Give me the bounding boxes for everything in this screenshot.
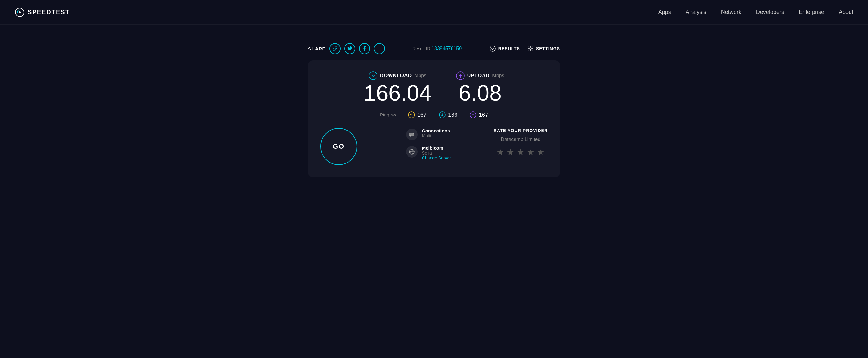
- download-label: DOWNLOAD: [380, 73, 412, 79]
- ping-jitter: 167: [408, 111, 427, 118]
- star-4[interactable]: ★: [527, 147, 534, 157]
- stars-row: ★ ★ ★ ★ ★: [494, 147, 548, 157]
- ping-label: Ping ms: [380, 112, 396, 117]
- change-server-link[interactable]: Change Server: [422, 156, 451, 160]
- svg-marker-12: [413, 132, 414, 134]
- nav-links: Apps Analysis Network Developers Enterpr…: [658, 9, 853, 16]
- svg-point-2: [490, 46, 495, 51]
- svg-marker-13: [409, 135, 411, 137]
- server-location: Sofia: [422, 150, 451, 156]
- svg-point-3: [530, 48, 531, 50]
- ping-upload-icon: [470, 111, 476, 118]
- rate-title: RATE YOUR PROVIDER: [494, 128, 548, 133]
- download-unit: Mbps: [414, 73, 426, 79]
- nav-item-network[interactable]: Network: [721, 9, 741, 16]
- star-3[interactable]: ★: [517, 147, 524, 157]
- ping-download-icon: [439, 111, 446, 118]
- connections-text: Connections Multi: [422, 128, 450, 138]
- svg-point-1: [19, 11, 21, 13]
- ping-jitter-value: 167: [417, 112, 427, 118]
- share-row: SHARE ··· Result ID: [308, 43, 560, 54]
- download-icon: [369, 72, 377, 80]
- go-button[interactable]: GO: [320, 128, 357, 165]
- result-id-prefix: Result ID: [412, 46, 430, 51]
- connections-item: Connections Multi: [406, 128, 451, 140]
- star-5[interactable]: ★: [537, 147, 545, 157]
- share-facebook-button[interactable]: [359, 43, 370, 54]
- nav-item-apps[interactable]: Apps: [658, 9, 671, 16]
- speedtest-logo-icon: [15, 7, 25, 17]
- result-id-value[interactable]: 13384576150: [432, 46, 462, 51]
- settings-label: SETTINGS: [536, 46, 560, 51]
- download-value: 166.04: [364, 82, 432, 104]
- share-twitter-button[interactable]: [344, 43, 355, 54]
- connections-title: Connections: [422, 128, 450, 133]
- results-label: RESULTS: [498, 46, 520, 51]
- settings-icon: [527, 46, 534, 52]
- jitter-icon: [408, 111, 415, 118]
- rate-section: RATE YOUR PROVIDER Datacamp Limited ★ ★ …: [494, 128, 548, 157]
- upload-unit: Mbps: [492, 73, 504, 79]
- facebook-icon: [363, 46, 366, 51]
- connections-icon: [409, 132, 415, 137]
- rate-provider: Datacamp Limited: [494, 137, 548, 142]
- connections-icon-wrap: [406, 129, 418, 140]
- speed-card: DOWNLOAD Mbps 166.04 UPLOAD Mbps 6.08: [308, 60, 560, 177]
- logo-area: SPEEDTEST: [15, 7, 70, 17]
- ping-download-value: 166: [448, 112, 457, 118]
- nav-item-developers[interactable]: Developers: [756, 9, 784, 16]
- globe-icon: [409, 149, 415, 155]
- share-label: SHARE: [308, 46, 326, 51]
- upload-value: 6.08: [456, 82, 504, 104]
- ping-upload-value: 167: [479, 112, 488, 118]
- results-icon: [490, 46, 496, 52]
- upload-icon: [456, 72, 465, 80]
- ping-download: 166: [439, 111, 457, 118]
- twitter-icon: [347, 47, 352, 51]
- result-id-area: Result ID 13384576150: [412, 46, 462, 51]
- download-block: DOWNLOAD Mbps 166.04: [364, 72, 432, 104]
- download-header: DOWNLOAD Mbps: [364, 72, 432, 80]
- link-icon: [333, 46, 338, 51]
- results-button[interactable]: RESULTS: [490, 46, 520, 52]
- star-2[interactable]: ★: [506, 147, 514, 157]
- share-right-actions: RESULTS SETTINGS: [490, 46, 560, 52]
- nav-item-about[interactable]: About: [839, 9, 853, 16]
- bottom-row: GO Connections Mul: [320, 128, 548, 165]
- upload-label: UPLOAD: [467, 73, 490, 79]
- server-item: Melbicom Sofia Change Server: [406, 145, 451, 160]
- server-icon-wrap: [406, 146, 418, 158]
- speed-row: DOWNLOAD Mbps 166.04 UPLOAD Mbps 6.08: [320, 72, 548, 104]
- star-1[interactable]: ★: [496, 147, 504, 157]
- main-content: SHARE ··· Result ID: [0, 25, 868, 177]
- connection-info: Connections Multi Melbicom: [406, 128, 451, 160]
- nav-item-analysis[interactable]: Analysis: [686, 9, 706, 16]
- nav-item-enterprise[interactable]: Enterprise: [799, 9, 824, 16]
- server-text: Melbicom Sofia Change Server: [422, 145, 451, 160]
- share-link-button[interactable]: [330, 43, 341, 54]
- logo-text: SPEEDTEST: [28, 9, 70, 16]
- connections-value: Multi: [422, 133, 450, 138]
- ping-upload: 167: [470, 111, 488, 118]
- server-name: Melbicom: [422, 145, 451, 150]
- share-more-button[interactable]: ···: [374, 43, 385, 54]
- ping-row: Ping ms 167 166: [320, 111, 548, 118]
- share-left: SHARE ···: [308, 43, 385, 54]
- settings-button[interactable]: SETTINGS: [527, 46, 560, 52]
- more-dots-icon: ···: [376, 46, 382, 52]
- upload-block: UPLOAD Mbps 6.08: [456, 72, 504, 104]
- navbar: SPEEDTEST Apps Analysis Network Develope…: [0, 0, 868, 25]
- upload-header: UPLOAD Mbps: [456, 72, 504, 80]
